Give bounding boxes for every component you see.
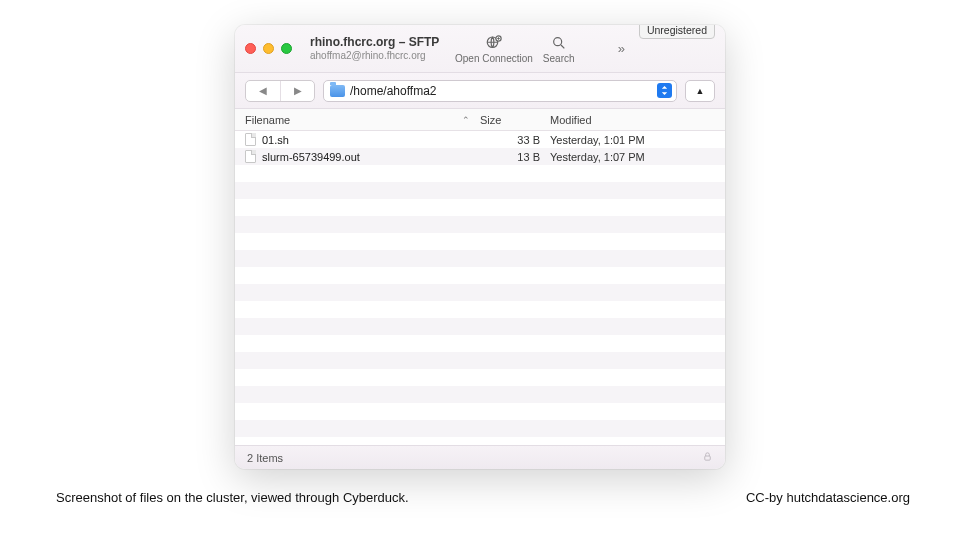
window-title-block: rhino.fhcrc.org – SFTP ahoffma2@rhino.fh…	[310, 36, 445, 61]
file-size: 33 B	[480, 134, 550, 146]
close-icon[interactable]	[245, 43, 256, 54]
file-modified: Yesterday, 1:07 PM	[550, 151, 725, 163]
column-headers: Filename ⌃ Size Modified	[235, 109, 725, 131]
column-header-modified[interactable]: Modified	[550, 114, 725, 126]
navigation-bar: ◀ ▶ /home/ahoffma2 ▲	[235, 73, 725, 109]
caption-text: Screenshot of files on the cluster, view…	[56, 490, 409, 505]
file-modified: Yesterday, 1:01 PM	[550, 134, 725, 146]
table-row[interactable]: 01.sh 33 B Yesterday, 1:01 PM	[235, 131, 725, 148]
globe-plus-icon	[483, 34, 505, 52]
svg-point-2	[553, 37, 561, 45]
nav-history-buttons: ◀ ▶	[245, 80, 315, 102]
column-header-size[interactable]: Size	[480, 114, 550, 126]
open-connection-label: Open Connection	[455, 53, 533, 64]
up-button[interactable]: ▲	[685, 80, 715, 102]
search-icon	[548, 34, 570, 52]
path-dropdown-icon[interactable]	[657, 83, 672, 98]
column-label: Size	[480, 114, 501, 126]
column-label: Modified	[550, 114, 592, 126]
overflow-icon[interactable]: »	[614, 41, 629, 56]
column-header-filename[interactable]: Filename ⌃	[245, 114, 480, 126]
status-bar: 2 Items	[235, 445, 725, 469]
zoom-icon[interactable]	[281, 43, 292, 54]
file-icon	[245, 133, 256, 146]
table-row[interactable]: slurm-65739499.out 13 B Yesterday, 1:07 …	[235, 148, 725, 165]
lock-icon	[702, 451, 713, 464]
file-icon	[245, 150, 256, 163]
file-size: 13 B	[480, 151, 550, 163]
titlebar: rhino.fhcrc.org – SFTP ahoffma2@rhino.fh…	[235, 25, 725, 73]
file-name: slurm-65739499.out	[262, 151, 360, 163]
sort-ascending-icon: ⌃	[462, 115, 470, 125]
forward-button[interactable]: ▶	[280, 81, 314, 101]
back-button[interactable]: ◀	[246, 81, 280, 101]
window-subtitle: ahoffma2@rhino.fhcrc.org	[310, 50, 445, 62]
unregistered-badge[interactable]: Unregistered	[639, 25, 715, 39]
folder-icon	[330, 85, 345, 97]
search-label: Search	[543, 53, 575, 64]
file-name: 01.sh	[262, 134, 289, 146]
window-title: rhino.fhcrc.org – SFTP	[310, 36, 445, 50]
status-item-count: 2 Items	[247, 452, 283, 464]
open-connection-button[interactable]: Open Connection	[455, 34, 533, 64]
column-label: Filename	[245, 114, 290, 126]
path-text: /home/ahoffma2	[350, 84, 652, 98]
app-window: rhino.fhcrc.org – SFTP ahoffma2@rhino.fh…	[235, 25, 725, 469]
search-button[interactable]: Search	[543, 34, 575, 64]
window-controls	[245, 43, 292, 54]
minimize-icon[interactable]	[263, 43, 274, 54]
file-list[interactable]: 01.sh 33 B Yesterday, 1:01 PM slurm-6573…	[235, 131, 725, 445]
path-input[interactable]: /home/ahoffma2	[323, 80, 677, 102]
attribution-text: CC-by hutchdatascience.org	[746, 490, 910, 505]
svg-rect-3	[705, 456, 711, 460]
